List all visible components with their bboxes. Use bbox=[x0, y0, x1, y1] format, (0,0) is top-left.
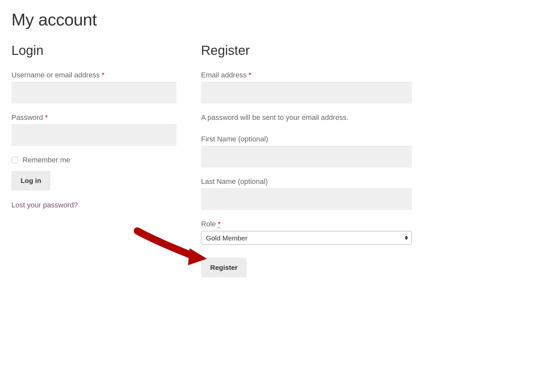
login-username-label: Username or email address * bbox=[11, 71, 177, 79]
login-password-input[interactable] bbox=[11, 124, 177, 146]
register-lastname-input[interactable] bbox=[201, 188, 412, 210]
register-firstname-field: First Name (optional) bbox=[201, 135, 412, 168]
register-role-select[interactable]: Gold Member bbox=[201, 231, 412, 245]
login-button[interactable]: Log in bbox=[11, 171, 50, 190]
remember-me-checkbox[interactable] bbox=[11, 157, 18, 163]
password-hint-text: A password will be sent to your email ad… bbox=[201, 113, 412, 122]
lost-password-link[interactable]: Lost your password? bbox=[11, 201, 78, 209]
register-firstname-label: First Name (optional) bbox=[201, 135, 412, 143]
register-lastname-label: Last Name (optional) bbox=[201, 177, 412, 186]
login-username-field: Username or email address * bbox=[11, 71, 177, 104]
register-firstname-input[interactable] bbox=[201, 146, 412, 168]
required-marker: * bbox=[45, 113, 48, 122]
login-password-field: Password * bbox=[11, 113, 177, 146]
register-role-label: Role * bbox=[201, 220, 412, 228]
login-heading: Login bbox=[11, 43, 177, 58]
register-email-field: Email address * bbox=[201, 71, 412, 104]
required-marker: * bbox=[249, 71, 252, 79]
register-email-label: Email address * bbox=[201, 71, 412, 79]
required-marker: * bbox=[102, 71, 105, 79]
login-password-label: Password * bbox=[11, 113, 177, 122]
register-lastname-field: Last Name (optional) bbox=[201, 177, 412, 210]
register-column: Register Email address * A password will… bbox=[201, 43, 412, 277]
required-marker: * bbox=[218, 220, 221, 228]
register-role-field: Role * Gold Member bbox=[201, 220, 412, 245]
columns-layout: Login Username or email address * Passwo… bbox=[11, 43, 530, 277]
register-email-input[interactable] bbox=[201, 82, 412, 104]
page-title: My account bbox=[11, 10, 530, 29]
remember-me-label[interactable]: Remember me bbox=[23, 156, 70, 164]
login-column: Login Username or email address * Passwo… bbox=[11, 43, 177, 277]
register-button[interactable]: Register bbox=[201, 258, 247, 277]
login-username-input[interactable] bbox=[11, 82, 177, 104]
register-heading: Register bbox=[201, 43, 412, 58]
